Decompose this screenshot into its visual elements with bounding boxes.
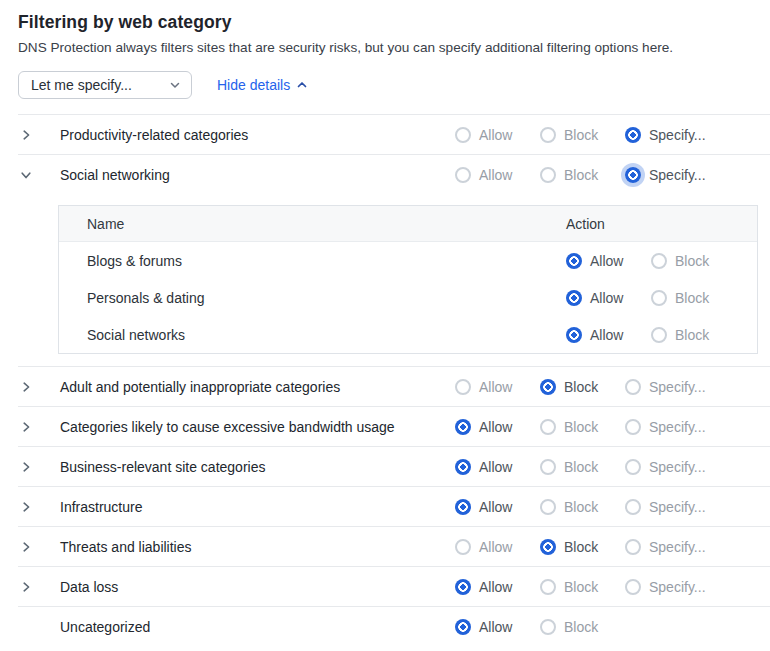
category-name: Adult and potentially inappropriate cate… <box>60 379 340 395</box>
subcategory-row-social-networks: Social networks Allow Block <box>59 316 757 353</box>
radio-icon <box>455 167 471 183</box>
category-row-adult: Adult and potentially inappropriate cate… <box>0 367 770 407</box>
radio-label: Specify... <box>649 539 706 555</box>
allow-radio[interactable]: Allow <box>455 579 512 595</box>
radio-icon <box>540 379 556 395</box>
block-radio[interactable]: Block <box>651 253 709 269</box>
specify-radio[interactable]: Specify... <box>625 579 706 595</box>
radio-icon <box>540 499 556 515</box>
block-radio[interactable]: Block <box>540 619 598 635</box>
allow-radio[interactable]: Allow <box>455 419 512 435</box>
radio-label: Allow <box>590 290 623 306</box>
block-radio[interactable]: Block <box>540 127 598 143</box>
radio-icon <box>625 459 641 475</box>
specify-radio[interactable]: Specify... <box>625 539 706 555</box>
allow-radio[interactable]: Allow <box>455 379 512 395</box>
category-row-bandwidth: Categories likely to cause excessive ban… <box>0 407 770 447</box>
block-radio[interactable]: Block <box>651 290 709 306</box>
chevron-right-icon[interactable] <box>20 129 32 141</box>
radio-label: Allow <box>479 459 512 475</box>
radio-label: Specify... <box>649 579 706 595</box>
radio-label: Specify... <box>649 419 706 435</box>
radio-label: Block <box>564 379 598 395</box>
chevron-right-icon[interactable] <box>20 541 32 553</box>
category-row-business: Business-relevant site categories Allow … <box>0 447 770 487</box>
radio-label: Block <box>564 419 598 435</box>
allow-radio[interactable]: Allow <box>566 253 623 269</box>
chevron-right-icon[interactable] <box>20 381 32 393</box>
radio-icon <box>540 619 556 635</box>
radio-icon <box>651 327 667 343</box>
category-name: Social networking <box>60 167 170 183</box>
subcategory-name: Social networks <box>87 327 185 343</box>
allow-radio[interactable]: Allow <box>566 290 623 306</box>
block-radio[interactable]: Block <box>540 579 598 595</box>
radio-label: Block <box>564 499 598 515</box>
allow-radio[interactable]: Allow <box>455 167 512 183</box>
block-radio[interactable]: Block <box>540 379 598 395</box>
radio-icon <box>540 459 556 475</box>
category-name: Data loss <box>60 579 118 595</box>
radio-label: Block <box>564 167 598 183</box>
chevron-right-icon[interactable] <box>20 581 32 593</box>
radio-label: Block <box>675 253 709 269</box>
radio-label: Specify... <box>649 459 706 475</box>
category-row-data-loss: Data loss Allow Block Specify... <box>0 567 770 607</box>
radio-label: Specify... <box>649 127 706 143</box>
block-radio[interactable]: Block <box>540 539 598 555</box>
specify-radio[interactable]: Specify... <box>625 499 706 515</box>
page-title: Filtering by web category <box>18 12 752 33</box>
filter-mode-select[interactable]: Let me specify... <box>18 71 192 99</box>
chevron-right-icon[interactable] <box>20 461 32 473</box>
block-radio[interactable]: Block <box>540 459 598 475</box>
radio-label: Allow <box>590 253 623 269</box>
radio-label: Allow <box>479 167 512 183</box>
radio-icon <box>540 127 556 143</box>
radio-label: Block <box>675 327 709 343</box>
filter-mode-value: Let me specify... <box>31 77 132 93</box>
radio-icon <box>651 290 667 306</box>
radio-icon <box>625 419 641 435</box>
radio-icon <box>625 167 641 183</box>
chevron-right-icon[interactable] <box>20 421 32 433</box>
specify-radio[interactable]: Specify... <box>625 127 706 143</box>
block-radio[interactable]: Block <box>540 167 598 183</box>
chevron-down-icon[interactable] <box>20 169 32 181</box>
subcategory-row-personals-dating: Personals & dating Allow Block <box>59 279 757 316</box>
category-row-social-networking: Social networking Allow Block Specify... <box>0 155 770 195</box>
specify-radio[interactable]: Specify... <box>625 167 706 183</box>
specify-radio[interactable]: Specify... <box>625 419 706 435</box>
category-group-social-networking: Social networking Allow Block Specify...… <box>0 155 770 367</box>
specify-radio[interactable]: Specify... <box>625 459 706 475</box>
block-radio[interactable]: Block <box>540 499 598 515</box>
radio-icon <box>455 499 471 515</box>
subcategory-row-blogs-forums: Blogs & forums Allow Block <box>59 242 757 279</box>
column-header-name: Name <box>87 216 124 232</box>
allow-radio[interactable]: Allow <box>455 499 512 515</box>
radio-label: Allow <box>479 419 512 435</box>
radio-icon <box>566 253 582 269</box>
hide-details-label: Hide details <box>217 77 290 93</box>
allow-radio[interactable]: Allow <box>455 539 512 555</box>
allow-radio[interactable]: Allow <box>455 619 512 635</box>
radio-label: Allow <box>479 619 512 635</box>
allow-radio[interactable]: Allow <box>566 327 623 343</box>
specify-radio[interactable]: Specify... <box>625 379 706 395</box>
allow-radio[interactable]: Allow <box>455 127 512 143</box>
allow-radio[interactable]: Allow <box>455 459 512 475</box>
radio-icon <box>625 379 641 395</box>
filter-controls: Let me specify... Hide details <box>18 71 752 99</box>
radio-icon <box>625 579 641 595</box>
block-radio[interactable]: Block <box>651 327 709 343</box>
block-radio[interactable]: Block <box>540 419 598 435</box>
radio-icon <box>455 459 471 475</box>
category-row-productivity: Productivity-related categories Allow Bl… <box>0 115 770 155</box>
category-row-threats: Threats and liabilities Allow Block Spec… <box>0 527 770 567</box>
hide-details-link[interactable]: Hide details <box>217 77 308 93</box>
radio-label: Allow <box>479 499 512 515</box>
radio-label: Allow <box>590 327 623 343</box>
radio-label: Specify... <box>649 379 706 395</box>
chevron-right-icon[interactable] <box>20 501 32 513</box>
radio-icon <box>540 167 556 183</box>
subcategory-name: Blogs & forums <box>87 253 182 269</box>
